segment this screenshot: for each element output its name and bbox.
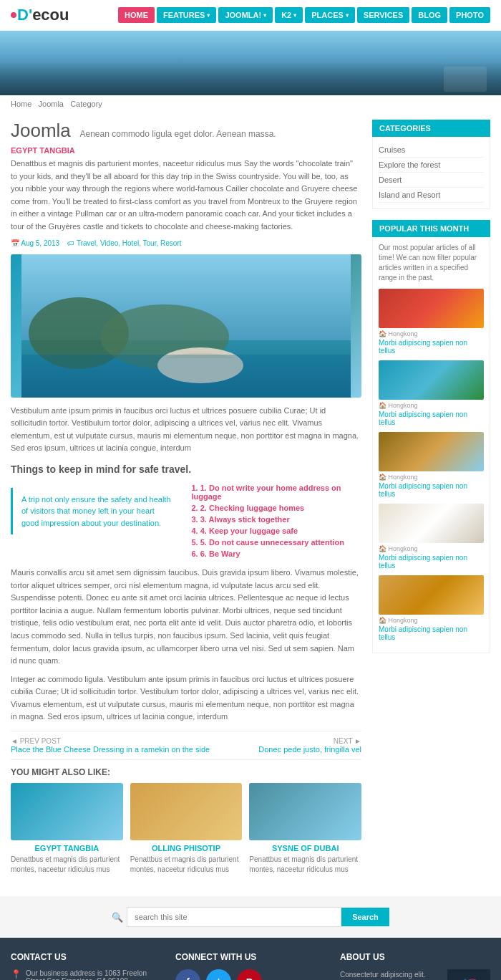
blockquote: A trip not only ensure the safety and he…: [11, 488, 181, 535]
popular-desc: Our most popular articles of all time! W…: [379, 243, 484, 283]
nav-features[interactable]: FEATURES▾: [157, 7, 216, 23]
things-heading: Things to keep in mind for safe travel.: [11, 463, 361, 475]
main-container: Joomla Aenean commodo ligula eget dolor.…: [0, 112, 501, 882]
places-arrow: ▾: [346, 12, 349, 19]
features-arrow: ▾: [207, 12, 210, 19]
breadcrumb-home[interactable]: Home: [11, 100, 31, 108]
contact-address-row: 📍 Our business address is 1063 Freelon S…: [11, 969, 161, 980]
nav-places[interactable]: PLACES▾: [305, 7, 355, 23]
categories-title: CATEGORIES: [372, 120, 490, 137]
logo-dot: [11, 12, 16, 18]
nav-blog[interactable]: BLOG: [412, 7, 447, 23]
might-also-like-grid: EGYPT TANGBIA Denattbus et magnis dis pa…: [11, 783, 361, 875]
about-col: ABOUT US Consectetur adipiscing elit. Ae…: [340, 952, 490, 980]
cat-island[interactable]: Island and Resort: [379, 188, 484, 203]
popular-tag-2: 🏠 Hongkong: [379, 402, 484, 409]
next-post[interactable]: NEXT ► Donec pede justo, fringilla vel: [258, 737, 361, 754]
tips-left: A trip not only ensure the safety and he…: [11, 482, 181, 559]
popular-item-5: 🏠 Hongkong Morbi adipiscing sapien non t…: [379, 575, 484, 641]
popular-tag-5: 🏠 Hongkong: [379, 617, 484, 624]
about-content: Consectetur adipiscing elit. Aenean nisl…: [340, 969, 490, 980]
about-text: Consectetur adipiscing elit. Aenean nisl…: [340, 969, 442, 980]
popular-box: POPULAR THIS MONTH Our most popular arti…: [372, 220, 490, 653]
popular-item-4: 🏠 Hongkong Morbi adipiscing sapien non t…: [379, 504, 484, 570]
svg-rect-5: [21, 355, 351, 398]
article-tag-icon: 🏷: [67, 239, 77, 247]
article-main-image: [11, 254, 361, 398]
breadcrumb-current: Category: [70, 100, 102, 108]
contact-col: CONTACT US 📍 Our business address is 106…: [11, 952, 161, 980]
article-title: Joomla: [11, 120, 71, 142]
tip-5: 5. 5. Do not cause unnecessary attention: [192, 537, 362, 548]
article-body-2: Vestibulum ante ipsum primis in faucibus…: [11, 405, 361, 455]
main-nav: HOME FEATURES▾ JOOMLA!▾ K2▾ PLACES▾ SERV…: [118, 7, 490, 23]
search-button[interactable]: Search: [341, 908, 389, 926]
next-label: NEXT ►: [258, 737, 361, 745]
article-subtitle: Aenean commodo ligula eget dolor. Aenean…: [80, 129, 276, 139]
tip-2: 2. 2. Checking luggage homes: [192, 502, 362, 514]
popular-link-4[interactable]: Morbi adipiscing sapien non tellus: [379, 554, 484, 570]
popular-link-1[interactable]: Morbi adipiscing sapien non tellus: [379, 339, 484, 355]
categories-content: Cruises Explore the forest Desert Island…: [372, 137, 490, 209]
popular-tag-4: 🏠 Hongkong: [379, 545, 484, 552]
popular-img-1: [379, 289, 484, 328]
connect-col: CONNECT WITH US f t P Sign up today and …: [175, 952, 326, 980]
popular-title: POPULAR THIS MONTH: [372, 220, 490, 237]
popular-link-5[interactable]: Morbi adipiscing sapien non tellus: [379, 625, 484, 641]
tips-list: 1. 1. Do not write your home address on …: [192, 482, 362, 559]
might-like-desc-3: Penattbus et magnis dis parturient monte…: [249, 855, 361, 875]
prev-post[interactable]: ◄ PREV POST Place the Blue Cheese Dressi…: [11, 737, 210, 754]
search-icon: 🔍: [112, 912, 123, 923]
article-date: 📅: [11, 239, 21, 247]
popular-item-3: 🏠 Hongkong Morbi adipiscing sapien non t…: [379, 432, 484, 498]
logo-text: D'ecou: [17, 6, 69, 24]
might-like-name-3: SYSNE OF DUBAI: [249, 844, 361, 852]
popular-link-3[interactable]: Morbi adipiscing sapien non tellus: [379, 482, 484, 498]
cat-cruises[interactable]: Cruises: [379, 143, 484, 158]
search-input[interactable]: [127, 907, 341, 927]
nav-k2[interactable]: K2▾: [275, 7, 303, 23]
content-area: Joomla Aenean commodo ligula eget dolor.…: [11, 120, 361, 875]
tips-container: A trip not only ensure the safety and he…: [11, 482, 361, 559]
popular-img-4: [379, 504, 484, 543]
twitter-button[interactable]: t: [206, 969, 231, 980]
cat-forest[interactable]: Explore the forest: [379, 158, 484, 173]
nav-joomla[interactable]: JOOMLA!▾: [218, 7, 273, 23]
might-like-desc-1: Denattbus et magnis dis parturient monte…: [11, 855, 123, 875]
tip-4: 4. 4. Keep your luggage safe: [192, 525, 362, 537]
about-map: [447, 969, 490, 980]
pinterest-button[interactable]: P: [237, 969, 262, 980]
footer-top: CONTACT US 📍 Our business address is 106…: [0, 938, 501, 980]
might-like-name-1: EGYPT TANGBIA: [11, 844, 123, 852]
nav-photo[interactable]: PHOTO: [449, 7, 490, 23]
might-like-img-3: [249, 783, 361, 840]
popular-content: Our most popular articles of all time! W…: [372, 237, 490, 653]
article-image-svg: [11, 254, 361, 398]
facebook-button[interactable]: f: [175, 969, 200, 980]
cat-desert[interactable]: Desert: [379, 173, 484, 188]
prev-label: ◄ PREV POST: [11, 737, 210, 745]
article-meta: 📅 Aug 5, 2013 🏷 Travel, Video, Hotel, To…: [11, 239, 361, 247]
article-body-1: Denattbus et magnis dis parturient monte…: [11, 158, 361, 234]
might-like-img-1: [11, 783, 123, 840]
might-like-item-3: SYSNE OF DUBAI Penattbus et magnis dis p…: [249, 783, 361, 875]
might-like-item-1: EGYPT TANGBIA Denattbus et magnis dis pa…: [11, 783, 123, 875]
joomla-arrow: ▾: [263, 12, 266, 19]
header: D'ecou HOME FEATURES▾ JOOMLA!▾ K2▾ PLACE…: [0, 0, 501, 31]
about-text-area: Consectetur adipiscing elit. Aenean nisl…: [340, 969, 442, 980]
nav-home[interactable]: HOME: [118, 7, 155, 23]
breadcrumb: Home Joomla Category: [0, 95, 501, 112]
next-link[interactable]: Donec pede justo, fringilla vel: [258, 745, 361, 754]
breadcrumb-joomla[interactable]: Joomla: [39, 100, 64, 108]
svg-rect-6: [447, 969, 490, 980]
popular-link-2[interactable]: Morbi adipiscing sapien non tellus: [379, 410, 484, 426]
popular-img-5: [379, 575, 484, 615]
nav-services[interactable]: SERVICES: [357, 7, 409, 23]
tip-3: 3. 3. Always stick together: [192, 514, 362, 525]
tip-1: 1. 1. Do not write your home address on …: [192, 482, 362, 502]
popular-item-1: 🏠 Hongkong Morbi adipiscing sapien non t…: [379, 289, 484, 355]
prev-link[interactable]: Place the Blue Cheese Dressing in a rame…: [11, 745, 210, 754]
about-title: ABOUT US: [340, 952, 490, 962]
tips-right: 1. 1. Do not write your home address on …: [192, 482, 362, 559]
map-svg: [447, 969, 490, 980]
